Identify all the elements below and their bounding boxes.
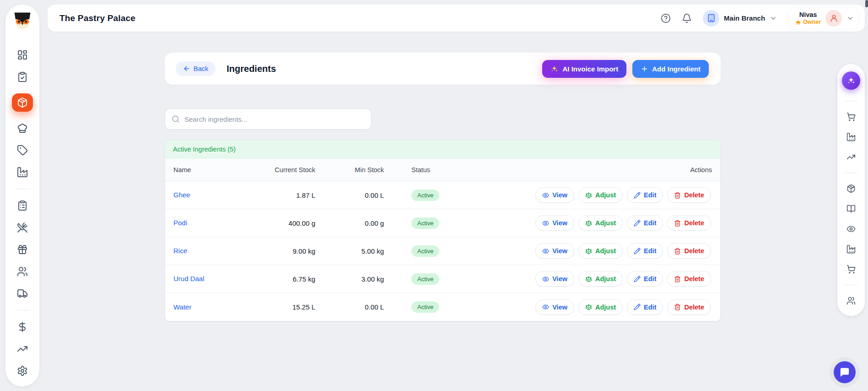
- shopping-cart-icon: [846, 265, 856, 274]
- column-header: Min Stock: [315, 166, 384, 174]
- scale-icon: [585, 192, 592, 199]
- right-rail-item-catalog[interactable]: [846, 204, 856, 213]
- delete-button[interactable]: Delete: [667, 271, 711, 287]
- sidebar-item-dashboard[interactable]: [17, 49, 28, 60]
- sidebar-item-offers[interactable]: [17, 244, 28, 255]
- sidebar-item-tasks[interactable]: [17, 71, 28, 82]
- eye-icon: [542, 220, 549, 227]
- status-badge: Active: [411, 301, 439, 313]
- chat-button[interactable]: [834, 361, 856, 383]
- owl-logo-icon[interactable]: [12, 10, 33, 31]
- edit-button[interactable]: Edit: [627, 243, 663, 259]
- sidebar-item-inventory[interactable]: [12, 93, 33, 112]
- edit-button[interactable]: Edit: [627, 271, 663, 287]
- min-stock-value: 0.00 L: [315, 191, 384, 199]
- user-meta: Nivas Owner: [795, 11, 821, 25]
- row-actions: ViewAdjustEditDelete: [504, 215, 720, 231]
- column-header: Current Stock: [234, 166, 315, 174]
- right-rail-item-ai-assistant[interactable]: [842, 71, 860, 90]
- sidebar-item-settings[interactable]: [17, 365, 28, 376]
- gift-icon: [17, 244, 28, 255]
- pencil-icon: [634, 304, 641, 310]
- help-icon[interactable]: [661, 13, 671, 23]
- right-sidebar: [837, 64, 865, 316]
- factory-icon: [846, 132, 856, 141]
- current-stock-value: 15.25 L: [234, 303, 315, 311]
- action-label: Adjust: [595, 219, 616, 227]
- ai-invoice-import-button[interactable]: AI Invoice Import: [542, 60, 626, 78]
- ingredient-link[interactable]: Urud Daal: [173, 275, 205, 282]
- scrollbar-thumb[interactable]: [865, 0, 868, 7]
- top-header: The Pastry Palace Main Branch Nivas Owne…: [48, 5, 865, 32]
- sidebar-item-pricing[interactable]: [17, 145, 28, 156]
- action-label: View: [552, 219, 567, 227]
- ingredient-link[interactable]: Rice: [173, 247, 187, 255]
- action-label: Adjust: [595, 304, 616, 311]
- add-ingredient-label: Add Ingredient: [652, 65, 701, 73]
- action-label: View: [552, 275, 567, 282]
- eye-icon: [846, 224, 856, 234]
- adjust-button[interactable]: Adjust: [578, 215, 623, 231]
- add-ingredient-button[interactable]: Add Ingredient: [632, 60, 709, 78]
- delete-button[interactable]: Delete: [667, 187, 711, 203]
- adjust-button[interactable]: Adjust: [578, 187, 623, 203]
- eye-icon: [542, 248, 549, 255]
- delete-button[interactable]: Delete: [667, 243, 711, 259]
- bell-icon[interactable]: [682, 13, 692, 23]
- branch-selector[interactable]: Main Branch: [703, 10, 777, 27]
- sidebar-item-production[interactable]: [17, 167, 28, 178]
- search-input[interactable]: [184, 115, 365, 123]
- pencil-icon: [634, 220, 641, 227]
- sidebar-item-analytics[interactable]: [17, 343, 28, 354]
- right-rail-item-team[interactable]: [846, 296, 856, 305]
- ingredient-link[interactable]: Podi: [173, 219, 187, 227]
- ingredients-table: Active Ingredients (5) NameCurrent Stock…: [165, 140, 721, 321]
- right-rail-item-watch[interactable]: [846, 224, 856, 234]
- delete-button[interactable]: Delete: [667, 299, 711, 315]
- right-rail-item-production[interactable]: [846, 132, 856, 141]
- right-rail-item-cart[interactable]: [846, 112, 856, 121]
- sidebar-item-orders[interactable]: [17, 200, 28, 211]
- column-header: Name: [165, 166, 234, 174]
- book-open-icon: [846, 204, 856, 213]
- ingredient-link[interactable]: Water: [173, 303, 191, 311]
- adjust-button[interactable]: Adjust: [578, 271, 623, 287]
- action-label: View: [552, 191, 567, 199]
- scale-icon: [585, 304, 592, 310]
- view-button[interactable]: View: [535, 271, 574, 287]
- edit-button[interactable]: Edit: [627, 299, 663, 315]
- chat-bubble-icon: [840, 367, 850, 377]
- view-button[interactable]: View: [535, 299, 574, 315]
- chef-hat-icon: [17, 123, 28, 134]
- back-button[interactable]: Back: [176, 61, 216, 76]
- column-header: Actions: [504, 166, 720, 174]
- column-header: Status: [384, 166, 504, 174]
- sidebar-item-recipes[interactable]: [17, 123, 28, 134]
- view-button[interactable]: View: [535, 243, 574, 259]
- app-title: The Pastry Palace: [59, 13, 135, 23]
- user-menu[interactable]: Nivas Owner: [788, 7, 858, 29]
- edit-button[interactable]: Edit: [627, 187, 663, 203]
- sidebar-item-finance[interactable]: [17, 321, 28, 332]
- right-rail-item-inventory[interactable]: [846, 184, 856, 193]
- sparkles-icon: [847, 76, 855, 85]
- back-label: Back: [194, 65, 208, 72]
- sidebar-item-customers[interactable]: [17, 266, 28, 277]
- action-label: Delete: [684, 219, 704, 227]
- sidebar-item-dining[interactable]: [17, 222, 28, 233]
- page-header-card: Back Ingredients AI Invoice Import Add I…: [165, 53, 721, 85]
- trash-icon: [674, 248, 681, 255]
- right-rail-item-purchases[interactable]: [846, 265, 856, 274]
- right-rail-item-factory[interactable]: [846, 244, 856, 254]
- view-button[interactable]: View: [535, 187, 574, 203]
- adjust-button[interactable]: Adjust: [578, 243, 623, 259]
- table-header-row: NameCurrent StockMin StockStatusActions: [165, 158, 720, 181]
- edit-button[interactable]: Edit: [627, 215, 663, 231]
- ingredient-link[interactable]: Ghee: [173, 191, 190, 199]
- delete-button[interactable]: Delete: [667, 215, 711, 231]
- table-section-title: Active Ingredients (5): [165, 141, 720, 158]
- sidebar-item-delivery[interactable]: [17, 288, 28, 299]
- right-rail-item-trends[interactable]: [846, 152, 856, 162]
- view-button[interactable]: View: [535, 215, 574, 231]
- adjust-button[interactable]: Adjust: [578, 299, 623, 315]
